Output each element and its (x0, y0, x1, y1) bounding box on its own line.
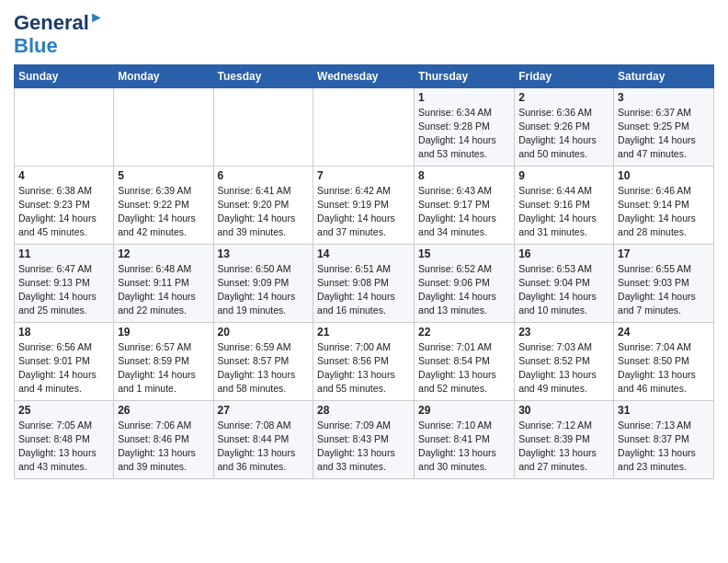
day-number: 29 (418, 404, 510, 417)
day-info: Sunrise: 6:37 AM Sunset: 9:25 PM Dayligh… (618, 106, 710, 162)
day-number: 14 (317, 247, 410, 260)
logo: General► Blue (14, 9, 104, 57)
logo-text: General► (14, 9, 104, 35)
day-number: 25 (18, 404, 109, 417)
day-info: Sunrise: 7:01 AM Sunset: 8:54 PM Dayligh… (418, 340, 510, 396)
day-info: Sunrise: 6:41 AM Sunset: 9:20 PM Dayligh… (218, 184, 310, 240)
day-info: Sunrise: 6:47 AM Sunset: 9:13 PM Dayligh… (18, 262, 109, 318)
day-info: Sunrise: 7:12 AM Sunset: 8:39 PM Dayligh… (518, 419, 609, 475)
day-number: 9 (518, 169, 609, 182)
day-number: 19 (118, 326, 209, 339)
calendar-cell: 20Sunrise: 6:59 AM Sunset: 8:57 PM Dayli… (213, 322, 313, 400)
calendar-table: SundayMondayTuesdayWednesdayThursdayFrid… (14, 64, 714, 479)
day-info: Sunrise: 6:39 AM Sunset: 9:22 PM Dayligh… (118, 184, 209, 240)
calendar-cell (114, 87, 213, 166)
col-header-wednesday: Wednesday (313, 64, 415, 87)
day-info: Sunrise: 7:13 AM Sunset: 8:37 PM Dayligh… (618, 419, 710, 475)
day-info: Sunrise: 6:52 AM Sunset: 9:06 PM Dayligh… (418, 262, 510, 318)
day-number: 8 (418, 169, 510, 182)
day-info: Sunrise: 6:43 AM Sunset: 9:17 PM Dayligh… (418, 184, 510, 240)
day-info: Sunrise: 7:00 AM Sunset: 8:56 PM Dayligh… (317, 340, 410, 396)
page: General► Blue SundayMondayTuesdayWednesd… (0, 0, 728, 488)
col-header-sunday: Sunday (15, 64, 114, 87)
calendar-header-row: SundayMondayTuesdayWednesdayThursdayFrid… (15, 64, 714, 87)
calendar-week-1: 1Sunrise: 6:34 AM Sunset: 9:28 PM Daylig… (15, 87, 714, 166)
day-number: 3 (618, 91, 710, 104)
day-number: 27 (218, 404, 310, 417)
day-number: 18 (18, 326, 109, 339)
day-info: Sunrise: 7:08 AM Sunset: 8:44 PM Dayligh… (218, 419, 310, 475)
calendar-cell: 2Sunrise: 6:36 AM Sunset: 9:26 PM Daylig… (515, 87, 614, 166)
day-number: 24 (618, 326, 710, 339)
day-info: Sunrise: 6:55 AM Sunset: 9:03 PM Dayligh… (618, 262, 710, 318)
day-number: 10 (618, 169, 710, 182)
col-header-thursday: Thursday (415, 64, 515, 87)
day-number: 31 (618, 404, 710, 417)
calendar-cell: 1Sunrise: 6:34 AM Sunset: 9:28 PM Daylig… (415, 87, 515, 166)
day-info: Sunrise: 7:04 AM Sunset: 8:50 PM Dayligh… (618, 340, 710, 396)
calendar-cell: 9Sunrise: 6:44 AM Sunset: 9:16 PM Daylig… (515, 166, 614, 244)
day-info: Sunrise: 6:48 AM Sunset: 9:11 PM Dayligh… (118, 262, 209, 318)
day-info: Sunrise: 6:34 AM Sunset: 9:28 PM Dayligh… (418, 106, 510, 162)
calendar-cell: 4Sunrise: 6:38 AM Sunset: 9:23 PM Daylig… (15, 166, 114, 244)
day-number: 20 (218, 326, 310, 339)
day-number: 15 (418, 247, 510, 260)
calendar-cell: 26Sunrise: 7:06 AM Sunset: 8:46 PM Dayli… (114, 400, 213, 478)
calendar-cell: 14Sunrise: 6:51 AM Sunset: 9:08 PM Dayli… (313, 244, 415, 322)
calendar-cell: 25Sunrise: 7:05 AM Sunset: 8:48 PM Dayli… (15, 400, 114, 478)
day-number: 5 (118, 169, 209, 182)
calendar-cell (313, 87, 415, 166)
calendar-cell: 31Sunrise: 7:13 AM Sunset: 8:37 PM Dayli… (614, 400, 714, 478)
calendar-cell (15, 87, 114, 166)
calendar-cell: 6Sunrise: 6:41 AM Sunset: 9:20 PM Daylig… (213, 166, 313, 244)
day-number: 23 (518, 326, 609, 339)
day-number: 2 (518, 91, 609, 104)
day-info: Sunrise: 6:38 AM Sunset: 9:23 PM Dayligh… (18, 184, 109, 240)
calendar-cell: 8Sunrise: 6:43 AM Sunset: 9:17 PM Daylig… (415, 166, 515, 244)
calendar-cell: 19Sunrise: 6:57 AM Sunset: 8:59 PM Dayli… (114, 322, 213, 400)
calendar-cell: 27Sunrise: 7:08 AM Sunset: 8:44 PM Dayli… (213, 400, 313, 478)
day-info: Sunrise: 7:03 AM Sunset: 8:52 PM Dayligh… (518, 340, 609, 396)
calendar-cell: 17Sunrise: 6:55 AM Sunset: 9:03 PM Dayli… (614, 244, 714, 322)
day-number: 30 (518, 404, 609, 417)
calendar-cell: 29Sunrise: 7:10 AM Sunset: 8:41 PM Dayli… (415, 400, 515, 478)
calendar-week-2: 4Sunrise: 6:38 AM Sunset: 9:23 PM Daylig… (15, 166, 714, 244)
day-number: 6 (218, 169, 310, 182)
day-info: Sunrise: 6:56 AM Sunset: 9:01 PM Dayligh… (18, 340, 109, 396)
day-info: Sunrise: 6:42 AM Sunset: 9:19 PM Dayligh… (317, 184, 410, 240)
day-info: Sunrise: 6:59 AM Sunset: 8:57 PM Dayligh… (218, 340, 310, 396)
calendar-cell: 13Sunrise: 6:50 AM Sunset: 9:09 PM Dayli… (213, 244, 313, 322)
calendar-cell: 22Sunrise: 7:01 AM Sunset: 8:54 PM Dayli… (415, 322, 515, 400)
calendar-cell: 7Sunrise: 6:42 AM Sunset: 9:19 PM Daylig… (313, 166, 415, 244)
calendar-week-4: 18Sunrise: 6:56 AM Sunset: 9:01 PM Dayli… (15, 322, 714, 400)
day-info: Sunrise: 6:57 AM Sunset: 8:59 PM Dayligh… (118, 340, 209, 396)
day-number: 22 (418, 326, 510, 339)
day-number: 1 (418, 91, 510, 104)
calendar-cell: 16Sunrise: 6:53 AM Sunset: 9:04 PM Dayli… (515, 244, 614, 322)
header: General► Blue (14, 9, 714, 57)
calendar-cell: 23Sunrise: 7:03 AM Sunset: 8:52 PM Dayli… (515, 322, 614, 400)
calendar-cell: 28Sunrise: 7:09 AM Sunset: 8:43 PM Dayli… (313, 400, 415, 478)
calendar-cell: 21Sunrise: 7:00 AM Sunset: 8:56 PM Dayli… (313, 322, 415, 400)
calendar-cell: 12Sunrise: 6:48 AM Sunset: 9:11 PM Dayli… (114, 244, 213, 322)
day-info: Sunrise: 7:10 AM Sunset: 8:41 PM Dayligh… (418, 419, 510, 475)
day-number: 13 (218, 247, 310, 260)
calendar-cell: 24Sunrise: 7:04 AM Sunset: 8:50 PM Dayli… (614, 322, 714, 400)
calendar-cell: 5Sunrise: 6:39 AM Sunset: 9:22 PM Daylig… (114, 166, 213, 244)
day-number: 12 (118, 247, 209, 260)
day-info: Sunrise: 6:46 AM Sunset: 9:14 PM Dayligh… (618, 184, 710, 240)
day-number: 17 (618, 247, 710, 260)
col-header-friday: Friday (515, 64, 614, 87)
day-info: Sunrise: 7:09 AM Sunset: 8:43 PM Dayligh… (317, 419, 410, 475)
day-number: 11 (18, 247, 109, 260)
day-number: 16 (518, 247, 609, 260)
day-info: Sunrise: 7:05 AM Sunset: 8:48 PM Dayligh… (18, 419, 109, 475)
logo-blue: Blue (14, 35, 58, 57)
calendar-week-3: 11Sunrise: 6:47 AM Sunset: 9:13 PM Dayli… (15, 244, 714, 322)
day-number: 28 (317, 404, 410, 417)
day-info: Sunrise: 6:50 AM Sunset: 9:09 PM Dayligh… (218, 262, 310, 318)
col-header-tuesday: Tuesday (213, 64, 313, 87)
day-number: 26 (118, 404, 209, 417)
day-number: 4 (18, 169, 109, 182)
day-number: 7 (317, 169, 410, 182)
